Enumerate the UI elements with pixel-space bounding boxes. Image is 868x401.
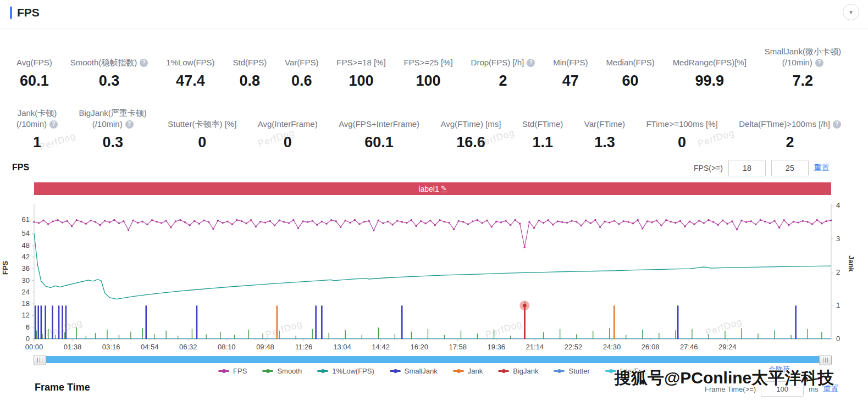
svg-text:54: 54	[22, 229, 30, 237]
metrics-row-1: Avg(FPS)60.1Smooth(稳帧指数)?0.31%Low(FPS)47…	[16, 40, 841, 90]
svg-text:0: 0	[836, 335, 840, 343]
fps-threshold-filter: FPS(>=) 重置	[694, 160, 830, 176]
metric-value: 47.4	[176, 71, 205, 90]
svg-text:21:14: 21:14	[526, 343, 544, 351]
metric-label: Avg(FTime) [ms]	[440, 119, 501, 130]
metric-2-4: Avg(FPS+InterFrame)60.1	[339, 101, 419, 152]
svg-text:0: 0	[26, 335, 30, 343]
edit-pencil-icon[interactable]: ✎	[441, 185, 447, 192]
fps-threshold-input-2[interactable]	[771, 160, 809, 176]
legend-item-Smooth[interactable]: Smooth	[262, 367, 302, 375]
header-accent-bar	[10, 7, 12, 19]
metric-label: Min(FPS)	[553, 57, 588, 68]
metric-label: Drop(FPS) [/h]	[471, 57, 524, 68]
metric-label: Std(FTime)	[522, 119, 563, 130]
svg-text:14:42: 14:42	[372, 343, 390, 351]
metric-value: 0.6	[291, 71, 312, 90]
fps-reset-link[interactable]: 重置	[814, 163, 830, 173]
svg-text:1: 1	[836, 301, 840, 309]
fps-threshold-input-1[interactable]	[728, 160, 766, 176]
metric-label: SmallJank(微小卡顿)	[765, 46, 841, 57]
legend-marker-icon	[453, 370, 464, 372]
obscured-link[interactable]: 全降荷	[769, 365, 790, 375]
legend-item-1%Low(FPS)[interactable]: 1%Low(FPS)	[317, 367, 374, 375]
legend-item-Stutter[interactable]: Stutter	[554, 367, 589, 375]
help-icon[interactable]: ?	[125, 120, 134, 129]
svg-text:61: 61	[22, 215, 30, 224]
metric-value: 0.8	[240, 71, 261, 90]
metric-1-0: Avg(FPS)60.1	[16, 40, 52, 90]
metric-1-9: Median(FPS)60	[606, 40, 654, 90]
help-icon[interactable]: ?	[833, 120, 841, 129]
svg-text:01:38: 01:38	[64, 343, 82, 351]
metric-label: Var(FTime)	[584, 119, 625, 130]
perfdog-fps-report: FPS ▼ Avg(FPS)60.1Smooth(稳帧指数)?0.31%Low(…	[0, 0, 868, 401]
legend-label: Stutter	[568, 367, 589, 375]
fps-chart[interactable]: 615448423630241812604321000:0001:3803:16…	[11, 199, 858, 357]
legend-item-FPS[interactable]: FPS	[218, 367, 247, 375]
metric-label: MedRange(FPS)[%]	[673, 57, 747, 68]
chart-legend: FPSSmooth1%Low(FPS)SmallJankJankBigJankS…	[34, 367, 831, 375]
legend-marker-icon	[605, 370, 616, 372]
svg-text:11:26: 11:26	[295, 343, 313, 351]
svg-text:00:00: 00:00	[25, 343, 43, 351]
left-axis-title: FPS	[1, 261, 9, 275]
metric-label: FPS>=18 [%]	[336, 57, 385, 68]
metric-1-8: Min(FPS)47	[553, 40, 588, 90]
metric-1-1: Smooth(稳帧指数)?0.3	[70, 40, 148, 90]
legend-marker-icon	[390, 370, 401, 372]
help-icon[interactable]: ?	[49, 120, 58, 129]
legend-item-SmallJank[interactable]: SmallJank	[390, 367, 438, 375]
scrollbar-left-handle[interactable]	[34, 355, 46, 365]
metric-label: (/10min)	[92, 119, 123, 130]
metric-value: 16.6	[456, 133, 485, 152]
svg-text:16:20: 16:20	[410, 343, 428, 351]
svg-text:3: 3	[836, 235, 840, 243]
metric-label: FPS>=25 [%]	[403, 57, 452, 68]
metric-label: Avg(FPS)	[16, 57, 52, 68]
chevron-down-icon: ▼	[848, 9, 854, 15]
svg-text:19:36: 19:36	[488, 343, 506, 351]
legend-item-BigJank[interactable]: BigJank	[498, 367, 538, 375]
metric-label: Jank(卡顿)	[18, 108, 57, 119]
fps-jank-chart-svg[interactable]: 615448423630241812604321000:0001:3803:16…	[11, 199, 858, 357]
svg-text:04:54: 04:54	[141, 343, 159, 351]
metric-value: 60.1	[20, 71, 49, 90]
metric-label: Avg(FPS+InterFrame)	[339, 119, 419, 130]
metric-1-2: 1%Low(FPS)47.4	[166, 40, 214, 90]
legend-item-InterFra:[interactable]: InterFra:	[605, 367, 647, 375]
scrollbar-right-handle[interactable]	[819, 355, 832, 365]
metric-label: (/10min)	[782, 57, 812, 68]
legend-marker-icon	[317, 370, 328, 372]
chart-range-scrollbar[interactable]	[34, 356, 831, 363]
metric-2-5: Avg(FTime) [ms]16.6	[440, 101, 501, 152]
metric-label: Smooth(稳帧指数)	[70, 57, 137, 68]
metric-2-9: Delta(FTime)>100ms [/h]?2	[739, 101, 841, 152]
svg-text:48: 48	[22, 241, 30, 249]
collapse-section-button[interactable]: ▼	[843, 4, 859, 20]
legend-label: SmallJank	[405, 367, 438, 375]
help-icon[interactable]: ?	[140, 59, 148, 67]
metric-2-7: Var(FTime)1.3	[584, 101, 625, 152]
svg-text:18: 18	[22, 299, 30, 308]
metric-value: 1.3	[594, 133, 615, 152]
frame-time-reset-link[interactable]: 重置	[823, 384, 839, 394]
metric-label: Std(FPS)	[233, 57, 267, 68]
metric-2-1: BigJank(严重卡顿)(/10min)?0.3	[79, 101, 146, 152]
metric-label: Avg(InterFrame)	[258, 119, 318, 130]
frame-time-threshold-input[interactable]	[761, 381, 804, 397]
frame-time-threshold-filter: Frame Time(>=) ms 重置	[705, 381, 839, 397]
legend-label: Smooth	[277, 367, 302, 375]
metric-2-8: FTime>=100ms [%]0	[646, 101, 717, 152]
svg-text:4: 4	[836, 201, 840, 209]
legend-label: Jank	[468, 367, 483, 375]
help-icon[interactable]: ?	[527, 59, 535, 67]
help-icon[interactable]: ?	[815, 59, 823, 67]
metric-label: (/10min)	[16, 119, 47, 130]
frame-time-section-title: Frame Time	[35, 382, 90, 393]
annotation-banner[interactable]: label1 ✎	[34, 182, 831, 195]
metric-1-5: FPS>=18 [%]100	[336, 40, 385, 90]
legend-marker-icon	[218, 370, 229, 372]
svg-text:24:30: 24:30	[603, 343, 621, 351]
legend-item-Jank[interactable]: Jank	[453, 367, 483, 375]
